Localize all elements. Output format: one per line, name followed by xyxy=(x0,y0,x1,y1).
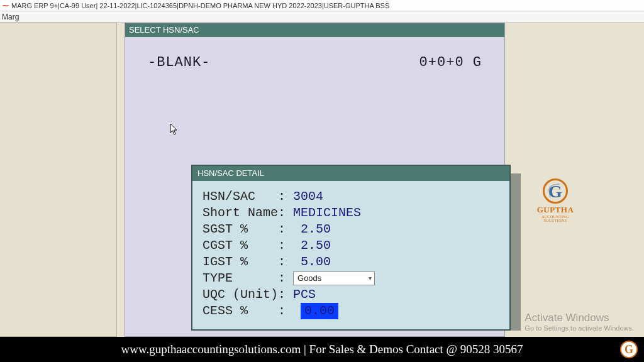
igst-input[interactable]: 5.00 xyxy=(301,254,331,270)
hsn-summary: 0+0+0 G xyxy=(419,55,482,70)
activate-windows-watermark: Activate Windows Go to Settings to activ… xyxy=(525,312,634,332)
cgst-label: CGST % : xyxy=(203,238,301,254)
window-title: MARG ERP 9+|CA-99 User| 22-11-2022|LIC-1… xyxy=(11,2,389,9)
cess-input[interactable]: 0.00 xyxy=(301,303,338,319)
type-select-value: Goods xyxy=(297,270,321,287)
chevron-down-icon: ▾ xyxy=(369,270,372,287)
shortname-input[interactable]: MEDICINES xyxy=(293,205,361,221)
left-panel xyxy=(0,23,117,337)
window-titlebar: ⁓ MARG ERP 9+|CA-99 User| 22-11-2022|LIC… xyxy=(0,0,644,11)
logo-subtitle: ACCOUNTING SOLUTIONS xyxy=(533,215,577,222)
type-select[interactable]: Goods ▾ xyxy=(293,272,375,285)
cgst-input[interactable]: 2.50 xyxy=(301,238,331,254)
select-hsn-row[interactable]: -BLANK- 0+0+0 G xyxy=(125,37,504,77)
footer-banner: www.gupthaaccountingsolutions.com | For … xyxy=(0,337,644,362)
menu-marg[interactable]: Marg xyxy=(2,13,19,21)
hsn-detail-header: HSN/SAC DETAIL xyxy=(192,166,509,181)
footer-logo-icon: G xyxy=(620,341,638,358)
menubar[interactable]: Marg xyxy=(0,11,644,23)
type-label: TYPE : xyxy=(203,270,293,287)
shortname-label: Short Name: xyxy=(203,205,293,221)
hsn-input[interactable]: 3004 xyxy=(293,189,323,205)
logo-brand: GUPTHA xyxy=(533,205,577,215)
sgst-label: SGST % : xyxy=(203,221,301,238)
brand-logo: G GUPTHA ACCOUNTING SOLUTIONS xyxy=(533,178,577,222)
uqc-input[interactable]: PCS xyxy=(293,287,316,303)
logo-icon: G xyxy=(543,178,568,204)
activate-line2: Go to Settings to activate Windows. xyxy=(525,324,634,332)
cess-label: CESS % : xyxy=(203,303,301,319)
uqc-label: UQC (Unit): xyxy=(203,287,293,303)
igst-label: IGST % : xyxy=(203,254,301,270)
activate-line1: Activate Windows xyxy=(525,312,634,324)
footer-text: www.gupthaaccountingsolutions.com | For … xyxy=(121,343,523,356)
hsn-blank-value: -BLANK- xyxy=(148,55,210,70)
hsn-detail-body: HSN/SAC : 3004 Short Name: MEDICINES SGS… xyxy=(192,181,509,329)
workspace: SELECT HSN/SAC -BLANK- 0+0+0 G G GUPTHA … xyxy=(0,23,644,337)
hsn-label: HSN/SAC : xyxy=(203,189,293,205)
select-hsn-header: SELECT HSN/SAC xyxy=(125,23,504,37)
sgst-input[interactable]: 2.50 xyxy=(301,221,331,238)
app-icon: ⁓ xyxy=(3,2,9,9)
hsn-detail-dialog: HSN/SAC DETAIL HSN/SAC : 3004 Short Name… xyxy=(191,165,511,331)
